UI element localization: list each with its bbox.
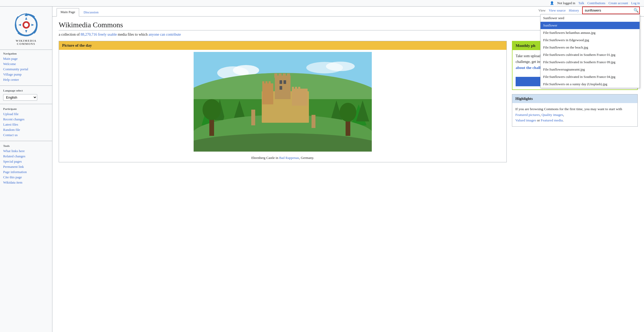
sidebar-item-main-page[interactable]: Main page	[3, 56, 49, 61]
tab-discussion[interactable]: Discussion	[80, 8, 102, 17]
svg-rect-39	[295, 87, 297, 90]
svg-marker-6	[31, 24, 34, 26]
bad-rappenau-link[interactable]: Bad Rappenau	[279, 156, 299, 160]
svg-rect-40	[298, 87, 300, 90]
tools-title: Tools	[3, 144, 49, 147]
caption-before: Ehrenberg Castle in	[251, 156, 279, 160]
talk-link[interactable]: Talk	[578, 1, 584, 5]
search-dropdown-item-4[interactable]: File:Sunflowers on the beach.jpg	[541, 44, 640, 51]
svg-rect-37	[292, 89, 308, 106]
tab-main-page[interactable]: Main Page	[57, 8, 79, 17]
highlights-text3: ,	[563, 113, 564, 117]
language-select[interactable]: English Deutsch Français Español 中文	[3, 94, 37, 101]
svg-rect-42	[312, 115, 315, 128]
create-account-link[interactable]: Create account	[608, 1, 628, 5]
featured-pictures-link[interactable]: Featured pictures	[515, 113, 540, 117]
sidebar-divider-1	[0, 85, 52, 86]
search-container: 🔍 Sunflower seed Sunflower File:Sunflowe…	[582, 7, 640, 14]
participate-title: Participate	[3, 107, 49, 110]
navigation-title: Navigation	[3, 52, 49, 55]
sidebar-item-recent-changes[interactable]: Recent changes	[3, 117, 49, 122]
language-select-title: Language select	[3, 89, 49, 92]
search-dropdown-item-6[interactable]: File:Sunflowers cultivated in Southern F…	[541, 58, 640, 66]
svg-point-10	[233, 65, 259, 76]
sidebar-navigation: Navigation Main page Welcome Community p…	[0, 50, 52, 84]
subtitle-middle: media files to which	[117, 33, 149, 36]
sidebar: WIKIMEDIA COMMONS Navigation Main page W…	[0, 7, 52, 332]
sidebar-item-help-center[interactable]: Help center	[3, 77, 49, 82]
search-dropdown-item-8[interactable]: File:Sunflowers cultivated in Southern F…	[541, 73, 640, 81]
tabs-right: View View source History 🔍 Sunflower see…	[538, 7, 640, 16]
potd-caption: Ehrenberg Castle in Bad Rappenau, German…	[59, 154, 506, 162]
highlights-header: Highlights	[512, 94, 637, 103]
media-count-link[interactable]: 88,270,716 freely usable	[81, 33, 117, 36]
highlights-box: Highlights If you are browsing Commons f…	[512, 94, 638, 127]
search-dropdown-item-2[interactable]: File:Sunflowers helianthus annuus.jpg	[541, 29, 640, 36]
contributions-link[interactable]: Contributions	[587, 1, 605, 5]
highlights-text5: .	[563, 118, 564, 122]
sidebar-item-page-information[interactable]: Page information	[3, 169, 49, 175]
svg-rect-25	[275, 76, 291, 99]
quality-images-link[interactable]: Quality images	[542, 113, 563, 117]
highlights-text-before: If you are browsing Commons for the firs…	[515, 107, 622, 111]
sidebar-item-cite-this-page[interactable]: Cite this page	[3, 175, 49, 180]
featured-media-link[interactable]: Featured media	[541, 118, 563, 122]
sidebar-item-special-pages[interactable]: Special pages	[3, 159, 49, 164]
svg-rect-29	[287, 73, 290, 78]
logo-svg	[13, 12, 39, 38]
sidebar-divider-3	[0, 141, 52, 141]
svg-rect-38	[292, 87, 294, 90]
sidebar-language: Language select English Deutsch Français…	[0, 87, 52, 103]
sidebar-participate: Participate Upload file Recent changes L…	[0, 105, 52, 140]
top-bar: 👤 Not logged in Talk Contributions Creat…	[0, 0, 644, 7]
svg-marker-4	[25, 17, 27, 20]
svg-rect-26	[274, 73, 277, 78]
view-source-link[interactable]: View source	[549, 8, 566, 13]
svg-rect-33	[262, 83, 273, 104]
highlights-text4: or	[536, 118, 541, 122]
subtitle-before: a collection of	[59, 33, 81, 36]
sidebar-item-wikidata-item[interactable]: Wikidata item	[3, 180, 49, 185]
svg-point-47	[340, 103, 356, 122]
potd-box: Picture of the day	[59, 41, 507, 162]
user-icon: 👤	[550, 1, 554, 5]
search-dropdown-item-9[interactable]: File:Sunflowers on a sunny day (Unsplash…	[541, 81, 640, 88]
caption-after: , Germany.	[299, 156, 314, 160]
search-input[interactable]	[582, 7, 640, 14]
content-left: Picture of the day	[59, 41, 507, 162]
sidebar-item-village-pump[interactable]: Village pump	[3, 72, 49, 77]
search-dropdown-item-3[interactable]: File:Sunflowers in Edgewood.jpg	[541, 36, 640, 44]
sidebar-item-random-file[interactable]: Random file	[3, 127, 49, 132]
sidebar-item-contact-us[interactable]: Contact us	[3, 132, 49, 138]
history-link[interactable]: History	[569, 8, 579, 13]
svg-rect-35	[265, 81, 268, 84]
sidebar-item-welcome[interactable]: Welcome	[3, 61, 49, 67]
svg-point-12	[326, 62, 355, 71]
sidebar-divider-2	[0, 104, 52, 104]
search-dropdown-item-1[interactable]: Sunflower	[541, 22, 640, 29]
svg-rect-27	[279, 73, 282, 78]
sidebar-item-community-portal[interactable]: Community portal	[3, 67, 49, 72]
sidebar-tools: Tools What links here Related changes Sp…	[0, 142, 52, 187]
svg-point-45	[203, 99, 221, 120]
sidebar-item-latest-files[interactable]: Latest files	[3, 122, 49, 127]
log-in-link[interactable]: Log in	[631, 1, 640, 5]
search-dropdown-item-7[interactable]: File:Sunflowersagnaneamt.jpg	[541, 66, 640, 73]
potd-image	[194, 52, 372, 152]
valued-images-link[interactable]: Valued images	[515, 118, 536, 122]
svg-rect-31	[283, 80, 286, 84]
highlights-content: If you are browsing Commons for the firs…	[512, 103, 637, 126]
svg-point-3	[24, 23, 28, 27]
potd-header: Picture of the day	[59, 41, 506, 50]
sidebar-item-upload-file[interactable]: Upload file	[3, 111, 49, 117]
search-button[interactable]: 🔍	[634, 8, 639, 13]
sidebar-item-permanent-link[interactable]: Permanent link	[3, 164, 49, 169]
sidebar-item-what-links-here[interactable]: What links here	[3, 148, 49, 154]
contribute-link[interactable]: anyone can contribute	[149, 33, 181, 36]
sidebar-item-related-changes[interactable]: Related changes	[3, 154, 49, 159]
search-dropdown-item-0[interactable]: Sunflower seed	[541, 14, 640, 22]
not-logged-in-text: Not logged in	[557, 1, 575, 5]
svg-rect-32	[280, 86, 282, 90]
search-dropdown-item-5[interactable]: File:Sunflowers cultivated in Southern F…	[541, 51, 640, 58]
potd-image-area	[59, 50, 506, 154]
